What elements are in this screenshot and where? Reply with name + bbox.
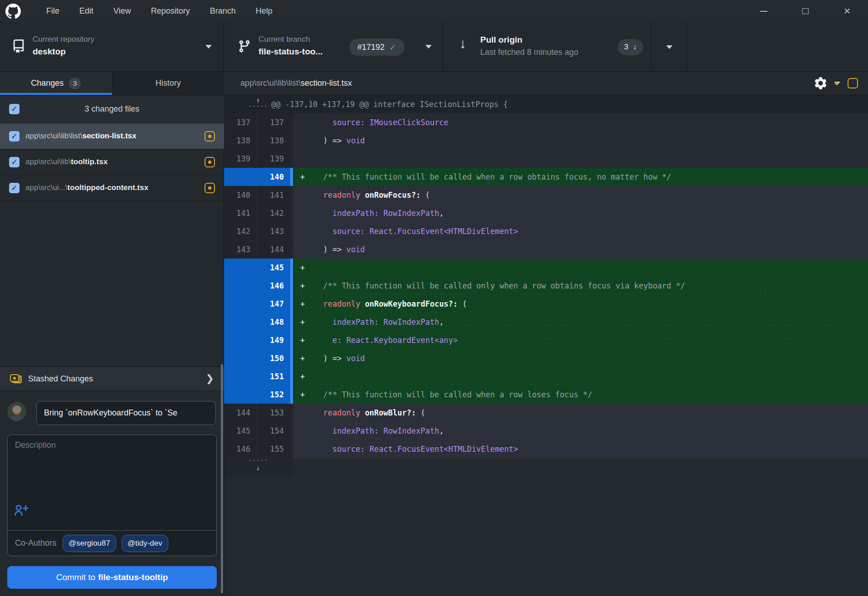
menu-file[interactable]: File	[36, 0, 69, 22]
modified-status-icon	[205, 131, 215, 142]
diff-marker: +	[293, 313, 314, 331]
new-line-number: 142	[257, 204, 290, 222]
coauthor-chip[interactable]: @tidy-dev	[122, 535, 168, 552]
diff-row-context[interactable]: 141142 indexPath: RowIndexPath,	[224, 204, 868, 222]
changed-files-count: 3 changed files	[0, 104, 224, 114]
diff-header-actions	[814, 77, 858, 89]
diff-marker: +	[293, 367, 314, 386]
pr-number-badge[interactable]: #17192 ✓	[349, 39, 405, 56]
diff-marker: +	[293, 349, 314, 367]
diff-file-name: section-list.tsx	[301, 78, 352, 88]
new-line-number: 139	[257, 150, 290, 168]
close-button[interactable]: ✕	[826, 0, 868, 22]
diff-row-added[interactable]: 151+	[224, 367, 868, 386]
current-branch-button[interactable]: Current branch file-status-too... #17192…	[224, 22, 443, 72]
old-line-number: 137	[224, 113, 257, 132]
file-row[interactable]: ✓app\src\ui...\tooltipped-content.tsx	[0, 175, 224, 201]
menu-help[interactable]: Help	[246, 0, 283, 22]
diff-row-added[interactable]: 149+ e: React.KeyboardEvent<any>	[224, 331, 868, 349]
code-line	[314, 259, 868, 277]
diff-row-context[interactable]: 138138 ) => void	[224, 132, 868, 150]
new-line-number: 151	[257, 367, 290, 386]
tab-changes[interactable]: Changes 3	[0, 72, 112, 95]
code-line: indexPath: RowIndexPath,	[314, 313, 868, 331]
diff-file-path: app\src\ui\lib\list\section-list.tsx	[240, 78, 352, 88]
minimize-button[interactable]	[743, 0, 785, 22]
old-line-number	[224, 349, 257, 367]
current-repository-button[interactable]: Current repository desktop	[0, 22, 224, 72]
diff-row-added[interactable]: 146+ /** This function will be called on…	[224, 277, 868, 295]
tab-changes-label: Changes	[31, 78, 63, 88]
diff-row-context[interactable]: 145154 indexPath: RowIndexPath,	[224, 422, 868, 440]
commit-summary-input[interactable]: Bring `onRowKeyboardFocus` to `Se	[36, 401, 216, 425]
pull-count-badge: 3 ↓	[618, 39, 643, 55]
close-icon: ✕	[844, 7, 851, 15]
diff-marker: +	[293, 168, 314, 186]
new-line-number: 140	[257, 168, 290, 186]
diff-row-added[interactable]: 140+ /** This function will be called wh…	[224, 168, 868, 186]
expand-down-row[interactable]: ·····↓	[224, 458, 868, 476]
file-checkbox[interactable]: ✓	[9, 131, 20, 142]
diff-row-context[interactable]: 137137 source: IMouseClickSource	[224, 113, 868, 132]
tab-history[interactable]: History	[112, 72, 224, 95]
avatar	[7, 402, 26, 421]
old-line-number: 146	[224, 440, 257, 458]
diff-marker: +	[293, 331, 314, 349]
menu-view[interactable]: View	[103, 0, 141, 22]
diff-marker	[293, 186, 314, 204]
file-checkbox[interactable]: ✓	[9, 183, 20, 193]
maximize-button[interactable]	[785, 0, 826, 22]
pull-count-arrow-icon: ↓	[633, 43, 637, 52]
minimize-icon	[760, 11, 767, 12]
file-path: app\src\ui\lib\tooltip.tsx	[25, 157, 199, 166]
pull-origin-button[interactable]: ↓ Pull origin Last fetched 8 minutes ago…	[443, 22, 652, 72]
diff-row-added[interactable]: 145+	[224, 259, 868, 277]
stashed-changes-label: Stashed Changes	[28, 374, 93, 384]
pull-dropdown-caret-icon	[666, 45, 673, 49]
diff-row-context[interactable]: 142143 source: React.FocusEvent<HTMLDivE…	[224, 222, 868, 240]
diff-row-context[interactable]: 144153 readonly onRowBlur?: (	[224, 404, 868, 422]
diff-row-context[interactable]: 139139	[224, 150, 868, 168]
diff-row-context[interactable]: 143144 ) => void	[224, 240, 868, 259]
diff-row-added[interactable]: 150+ ) => void	[224, 349, 868, 367]
file-row[interactable]: ✓app\src\ui\lib\list\section-list.tsx	[0, 123, 224, 149]
description-textarea[interactable]: Description	[15, 440, 56, 450]
commit-button[interactable]: Commit to file-status-tooltip	[7, 566, 217, 589]
sidebar-scrollbar[interactable]	[221, 364, 223, 593]
diff-row-added[interactable]: 148+ indexPath: RowIndexPath,	[224, 313, 868, 331]
menubar: File Edit View Repository Branch Help ✕	[0, 0, 868, 22]
coauthor-chip[interactable]: @sergiou87	[63, 535, 116, 552]
repository-texts: Current repository desktop	[33, 34, 94, 59]
diff-row-added[interactable]: 147+ readonly onRowKeyboardFocus?: (	[224, 295, 868, 313]
code-line: source: IMouseClickSource	[314, 113, 868, 132]
sidebar: Changes 3 History ✓ 3 changed files ✓app…	[0, 72, 224, 596]
stash-icon	[10, 374, 21, 383]
old-line-number: 138	[224, 132, 257, 150]
file-row[interactable]: ✓app\src\ui\lib\tooltip.tsx	[0, 149, 224, 175]
file-checkbox[interactable]: ✓	[9, 157, 20, 167]
branch-dropdown-caret-icon	[425, 45, 432, 49]
stashed-changes-row[interactable]: Stashed Changes ❯	[0, 366, 224, 391]
diff-marker	[293, 240, 314, 259]
diff-row-added[interactable]: 152+ /** This function will be called wh…	[224, 386, 868, 404]
pull-dropdown-button[interactable]	[652, 22, 687, 72]
modified-status-icon	[848, 78, 858, 88]
new-line-number: 152	[257, 386, 290, 404]
new-line-number: 143	[257, 222, 290, 240]
add-coauthor-icon[interactable]	[14, 504, 29, 517]
old-line-number: 143	[224, 240, 257, 259]
diff-row-context[interactable]: 146155 source: React.FocusEvent<HTMLDivE…	[224, 440, 868, 458]
gear-icon[interactable]	[814, 77, 827, 89]
code-line: indexPath: RowIndexPath,	[314, 204, 868, 222]
modified-status-icon	[205, 183, 215, 193]
expand-hunk-down-button[interactable]: ·····↓	[238, 458, 278, 476]
hunk-header-row[interactable]: ↑·····@@ -137,10 +137,19 @@ interface IS…	[224, 95, 868, 113]
old-line-number: 141	[224, 204, 257, 222]
menu-repository[interactable]: Repository	[141, 0, 200, 22]
diff-header: app\src\ui\lib\list\section-list.tsx	[224, 72, 868, 95]
download-arrow-icon: ↓	[459, 36, 466, 51]
menu-edit[interactable]: Edit	[69, 0, 103, 22]
file-path: app\src\ui\lib\list\section-list.tsx	[25, 132, 199, 141]
menu-branch[interactable]: Branch	[200, 0, 246, 22]
diff-row-context[interactable]: 140141 readonly onRowFocus?: (	[224, 186, 868, 204]
